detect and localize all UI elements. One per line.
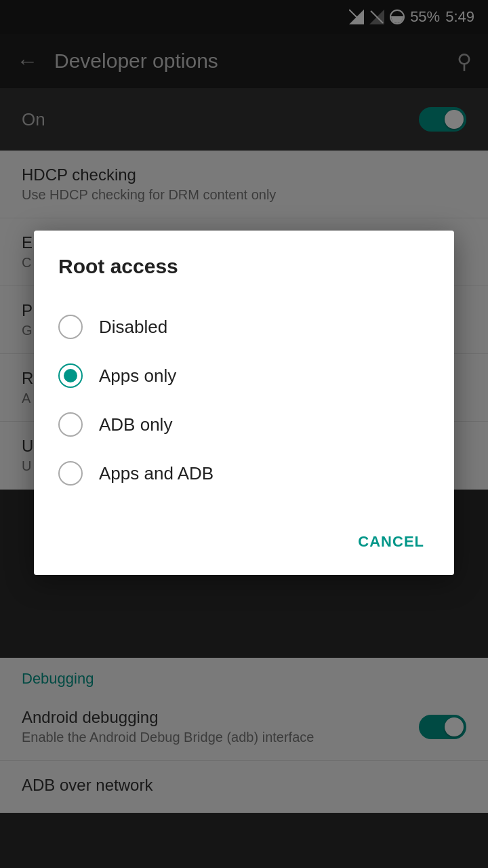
radio-option-adb-only[interactable]: ADB only [58,400,430,449]
dialog-title: Root access [58,255,430,278]
radio-label-adb-only: ADB only [99,414,172,435]
cancel-button[interactable]: CANCEL [352,525,430,559]
root-access-dialog: Root access Disabled Apps only ADB only … [34,231,454,575]
radio-option-apps-and-adb[interactable]: Apps and ADB [58,449,430,498]
radio-option-apps-only[interactable]: Apps only [58,351,430,400]
radio-label-disabled: Disabled [99,317,167,338]
radio-option-disabled[interactable]: Disabled [58,302,430,351]
radio-label-apps-only: Apps only [99,366,176,387]
radio-circle-apps-and-adb [58,461,83,486]
radio-circle-apps-only [58,363,83,388]
radio-circle-adb-only [58,412,83,437]
radio-label-apps-and-adb: Apps and ADB [99,463,214,484]
dialog-actions: CANCEL [58,514,430,559]
radio-circle-disabled [58,315,83,339]
